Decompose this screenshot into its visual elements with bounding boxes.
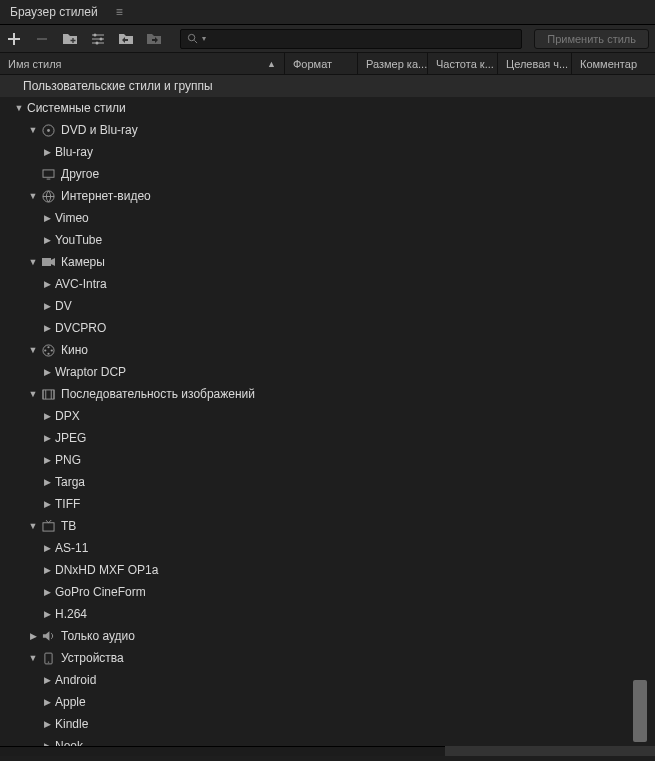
tree-item-label: Apple [55, 695, 86, 709]
tree-item[interactable]: ▶Только аудио [0, 625, 655, 647]
tree-item[interactable]: ▶Wraptor DCP [0, 361, 655, 383]
tree-item[interactable]: ▶GoPro CineForm [0, 581, 655, 603]
column-name[interactable]: Имя стиля ▲ [0, 53, 285, 74]
svg-point-10 [47, 346, 49, 348]
panel-menu-icon[interactable]: ≡ [116, 5, 123, 19]
tree-item[interactable]: ▶DNxHD MXF OP1a [0, 559, 655, 581]
column-comment[interactable]: Комментар [572, 53, 655, 74]
chevron-right-icon[interactable]: ▶ [42, 587, 52, 597]
chevron-right-icon[interactable]: ▶ [42, 147, 52, 157]
tree-item[interactable]: ▼Кино [0, 339, 655, 361]
chevron-down-icon[interactable]: ▼ [28, 191, 38, 201]
film-icon [41, 343, 56, 358]
svg-point-17 [48, 661, 49, 662]
tree-item-label: Последовательность изображений [61, 387, 255, 401]
tree-item[interactable]: ▶DVCPRO [0, 317, 655, 339]
chevron-right-icon[interactable]: ▶ [42, 411, 52, 421]
chevron-down-icon[interactable]: ▼ [28, 521, 38, 531]
tree-item[interactable]: ▼Камеры [0, 251, 655, 273]
column-size[interactable]: Размер ка... [358, 53, 428, 74]
chevron-right-icon[interactable]: ▶ [42, 609, 52, 619]
frames-icon [41, 387, 56, 402]
chevron-right-icon[interactable]: ▶ [42, 433, 52, 443]
chevron-right-icon[interactable]: ▶ [42, 235, 52, 245]
tree-item[interactable]: ▶AVC-Intra [0, 273, 655, 295]
tree-item-label: ТВ [61, 519, 76, 533]
chevron-right-icon[interactable]: ▶ [28, 631, 38, 641]
delete-preset-icon[interactable] [34, 31, 50, 47]
search-input[interactable]: ▾ [180, 29, 522, 49]
export-icon[interactable] [146, 31, 162, 47]
chevron-right-icon[interactable]: ▶ [42, 213, 52, 223]
new-group-icon[interactable] [62, 31, 78, 47]
tree-item[interactable]: ▼DVD и Blu-ray [0, 119, 655, 141]
svg-rect-8 [42, 258, 51, 266]
tree-item[interactable]: ▼Интернет-видео [0, 185, 655, 207]
tree-item-label: DNxHD MXF OP1a [55, 563, 158, 577]
chevron-down-icon[interactable]: ▼ [28, 257, 38, 267]
tree-item-label: AS-11 [55, 541, 88, 555]
chevron-down-icon[interactable]: ▼ [28, 653, 38, 663]
svg-point-13 [47, 352, 49, 354]
column-rate[interactable]: Частота к... [428, 53, 498, 74]
chevron-right-icon[interactable]: ▶ [42, 301, 52, 311]
tree-item[interactable]: ▶AS-11 [0, 537, 655, 559]
tree-item[interactable]: ▶Blu-ray [0, 141, 655, 163]
tree-item[interactable]: ▶YouTube [0, 229, 655, 251]
tree-item-label: DVCPRO [55, 321, 106, 335]
user-styles-group[interactable]: Пользовательские стили и группы [0, 75, 655, 97]
tree-item-label: Blu-ray [55, 145, 93, 159]
tree-item-label: YouTube [55, 233, 102, 247]
scrollbar-thumb[interactable] [633, 680, 647, 742]
tree-item[interactable]: ▶JPEG [0, 427, 655, 449]
chevron-right-icon[interactable]: ▶ [42, 675, 52, 685]
tree-item[interactable]: ▶DPX [0, 405, 655, 427]
tree-item[interactable]: ▶Apple [0, 691, 655, 713]
tree-item[interactable]: ▶H.264 [0, 603, 655, 625]
tree-item-label: AVC-Intra [55, 277, 107, 291]
system-styles-group[interactable]: ▼ Системные стили [0, 97, 655, 119]
settings-icon[interactable] [90, 31, 106, 47]
chevron-right-icon[interactable]: ▶ [42, 499, 52, 509]
chevron-right-icon[interactable]: ▶ [42, 455, 52, 465]
tree-item[interactable]: ▼Последовательность изображений [0, 383, 655, 405]
chevron-right-icon[interactable]: ▶ [42, 367, 52, 377]
tree-item-label: DV [55, 299, 72, 313]
tree-item-label: Kindle [55, 717, 88, 731]
chevron-right-icon[interactable]: ▶ [42, 323, 52, 333]
chevron-right-icon[interactable]: ▶ [42, 279, 52, 289]
monitor-icon [41, 167, 56, 182]
chevron-right-icon[interactable]: ▶ [42, 543, 52, 553]
chevron-right-icon[interactable]: ▶ [42, 477, 52, 487]
new-preset-icon[interactable] [6, 31, 22, 47]
tree-item[interactable]: ▶Kindle [0, 713, 655, 735]
tree-item[interactable]: ▶Targa [0, 471, 655, 493]
sort-arrow-icon: ▲ [267, 59, 276, 69]
tree-item[interactable]: ▶TIFF [0, 493, 655, 515]
tree-item[interactable]: Другое [0, 163, 655, 185]
chevron-down-icon[interactable]: ▼ [28, 125, 38, 135]
tree-item-label: Android [55, 673, 96, 687]
apply-style-button[interactable]: Применить стиль [534, 29, 649, 49]
import-icon[interactable] [118, 31, 134, 47]
svg-point-0 [94, 33, 97, 36]
tree-item[interactable]: ▼ТВ [0, 515, 655, 537]
chevron-right-icon[interactable]: ▶ [42, 565, 52, 575]
chevron-down-icon[interactable]: ▼ [28, 345, 38, 355]
column-format[interactable]: Формат [285, 53, 358, 74]
svg-point-2 [96, 41, 99, 44]
tree-item[interactable]: ▼Устройства [0, 647, 655, 669]
tree-item[interactable]: ▶PNG [0, 449, 655, 471]
bottom-scroll-thumb[interactable] [445, 746, 655, 756]
tree-item[interactable]: ▶Android [0, 669, 655, 691]
chevron-down-icon[interactable]: ▼ [28, 389, 38, 399]
column-target[interactable]: Целевая ч... [498, 53, 572, 74]
chevron-right-icon[interactable]: ▶ [42, 719, 52, 729]
speaker-icon [41, 629, 56, 644]
tree-item[interactable]: ▶DV [0, 295, 655, 317]
chevron-right-icon[interactable]: ▶ [42, 697, 52, 707]
chevron-down-icon[interactable]: ▼ [14, 103, 24, 113]
panel-title: Браузер стилей [10, 5, 98, 19]
camera-icon [41, 255, 56, 270]
tree-item[interactable]: ▶Vimeo [0, 207, 655, 229]
